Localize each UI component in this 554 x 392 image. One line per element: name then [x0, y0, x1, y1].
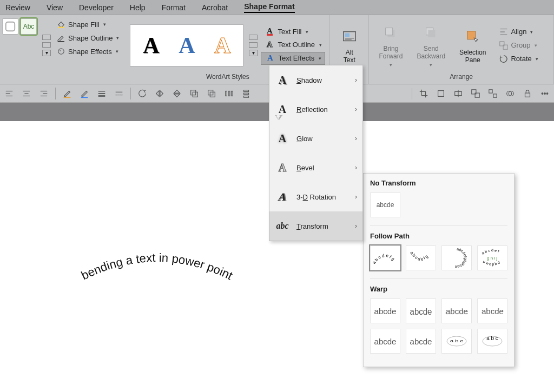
transform-arch-up[interactable]: a b c d e f g: [370, 245, 400, 270]
text-effects-shadow[interactable]: A Shadow ›: [269, 65, 362, 95]
shape-fill-button[interactable]: Shape Fill: [54, 18, 121, 30]
bevel-icon: A: [275, 161, 290, 175]
shape-outline-button[interactable]: Shape Outline: [54, 32, 121, 44]
selection-pane-button[interactable]: Selection Pane: [454, 25, 491, 66]
more-icon[interactable]: [539, 88, 551, 99]
wordart-style-3[interactable]: A: [206, 29, 239, 62]
arrange-group-title: Arrange: [373, 72, 549, 83]
order-front-icon[interactable]: [188, 88, 200, 99]
square-icon[interactable]: [435, 88, 447, 99]
text-fill-label: Text Fill: [278, 28, 301, 36]
align-left-icon[interactable]: [3, 88, 15, 99]
tab-acrobat[interactable]: Acrobat: [202, 3, 228, 12]
shape-style-item[interactable]: [2, 18, 18, 35]
shape-style-gallery[interactable]: Abc: [2, 18, 37, 72]
wordart-gallery-scroll[interactable]: ▾: [247, 35, 258, 56]
group-objects-icon[interactable]: [470, 88, 482, 99]
transform-arch-down[interactable]: a b c d e f g: [406, 245, 436, 270]
rotate-button[interactable]: Rotate: [497, 53, 540, 65]
wordart-gallery[interactable]: A A A: [130, 24, 243, 67]
align-icon: [499, 27, 509, 37]
text-effects-bevel[interactable]: A Bevel ›: [269, 153, 362, 182]
gallery-expand-icon[interactable]: ▾: [42, 50, 51, 56]
bring-forward-button[interactable]: Bring Forward ▾: [373, 21, 408, 70]
flip-h-icon[interactable]: [154, 88, 166, 99]
no-transform-heading: No Transform: [370, 179, 507, 187]
gallery-scroll[interactable]: ▾: [40, 18, 51, 72]
tab-strip: Review View Developer Help Format Acroba…: [0, 0, 554, 15]
svg-text:bending a text in power point: bending a text in power point: [79, 251, 235, 282]
rotate-left-icon[interactable]: [136, 88, 148, 99]
text-effects-dropdown: A Shadow › AA Reflection › A Glow › A Be…: [269, 65, 363, 241]
text-effects-button[interactable]: A Text Effects: [261, 52, 325, 65]
warp-ring-outside[interactable]: a b c: [477, 329, 507, 354]
transform-circle[interactable]: abcdefghijklmn: [441, 245, 472, 270]
send-backward-button[interactable]: Send Backward ▾: [411, 21, 451, 70]
pen-color-2-icon[interactable]: [78, 88, 90, 99]
warp-ring-inside[interactable]: a b c: [441, 329, 472, 354]
warp-chevron-down[interactable]: abcde: [406, 329, 436, 354]
text-effects-icon: A: [265, 54, 275, 63]
warp-chevron-up[interactable]: abcde: [370, 329, 400, 354]
warp-plain[interactable]: abcde: [370, 298, 400, 323]
align-objects-icon[interactable]: [452, 88, 464, 99]
glow-icon: A: [275, 131, 290, 145]
distribute-h-icon[interactable]: [223, 88, 235, 99]
warp-stop[interactable]: abcde: [406, 298, 436, 323]
svg-rect-39: [226, 91, 227, 96]
wordart-style-1[interactable]: A: [135, 29, 167, 62]
line-style-icon[interactable]: [113, 88, 125, 99]
svg-point-3: [58, 49, 64, 55]
group-button[interactable]: Group: [497, 39, 540, 51]
warp-tri-down[interactable]: abcde: [477, 298, 507, 323]
text-fill-icon: A: [264, 27, 275, 37]
merge-icon[interactable]: [504, 88, 516, 99]
text-fill-button[interactable]: A Text Fill: [261, 26, 325, 38]
ungroup-icon[interactable]: [487, 88, 499, 99]
tab-review[interactable]: Review: [5, 3, 30, 12]
text-effects-3d-rotation[interactable]: A 3-D Rotation ›: [269, 182, 362, 211]
svg-rect-50: [489, 89, 492, 92]
pen-color-icon[interactable]: [61, 88, 73, 99]
text-outline-button[interactable]: A Text Outline: [261, 39, 325, 51]
curved-text-content: bending a text in power point: [79, 251, 235, 282]
tab-shape-format[interactable]: Shape Format: [244, 2, 294, 13]
tab-help[interactable]: Help: [130, 3, 146, 12]
shape-style-item-selected[interactable]: Abc: [21, 18, 37, 35]
flip-v-icon[interactable]: [171, 88, 183, 99]
warp-tri-up[interactable]: abcde: [441, 298, 472, 323]
line-weight-icon[interactable]: [96, 88, 108, 99]
align-button[interactable]: Align: [497, 26, 540, 38]
text-effects-transform[interactable]: abc Transform ›: [269, 211, 362, 241]
text-style-buttons: A Text Fill A Text Outline A Text Effect…: [261, 26, 325, 65]
tab-format[interactable]: Format: [162, 3, 186, 12]
rotate-label: Rotate: [511, 55, 531, 63]
gallery-expand-icon[interactable]: ▾: [249, 50, 258, 56]
align-center-icon[interactable]: [21, 88, 32, 99]
alt-text-button[interactable]: Alt Text: [334, 18, 365, 72]
shadow-icon: A: [275, 73, 290, 87]
shape-effects-button[interactable]: Shape Effects: [54, 45, 121, 57]
wordart-style-2[interactable]: A: [170, 29, 203, 62]
shape-effects-label: Shape Effects: [68, 48, 112, 56]
svg-rect-0: [6, 22, 15, 31]
transform-none[interactable]: abcde: [370, 192, 400, 217]
shape-gallery-group: Abc ▾ Shape Fill Shape Outline Shape E: [0, 15, 126, 84]
text-effects-glow[interactable]: A Glow ›: [269, 124, 362, 153]
curved-text-shape[interactable]: bending a text in power point: [54, 235, 260, 310]
selection-pane-icon: [463, 27, 483, 46]
align-right-icon[interactable]: [38, 88, 50, 99]
svg-rect-44: [244, 96, 249, 97]
separator: [55, 88, 56, 99]
crop-icon[interactable]: [418, 88, 430, 99]
transform-button[interactable]: a b c d e fg h i ju w o p b d: [477, 245, 507, 270]
svg-rect-43: [244, 93, 249, 95]
lock-icon[interactable]: [522, 88, 533, 99]
distribute-v-icon[interactable]: [240, 88, 252, 99]
order-back-icon[interactable]: [206, 88, 217, 99]
tab-view[interactable]: View: [47, 3, 63, 12]
text-effects-reflection[interactable]: AA Reflection ›: [269, 95, 362, 124]
tab-developer[interactable]: Developer: [79, 3, 114, 12]
dd-shadow-label: hadow: [301, 76, 322, 84]
svg-rect-12: [428, 30, 435, 37]
